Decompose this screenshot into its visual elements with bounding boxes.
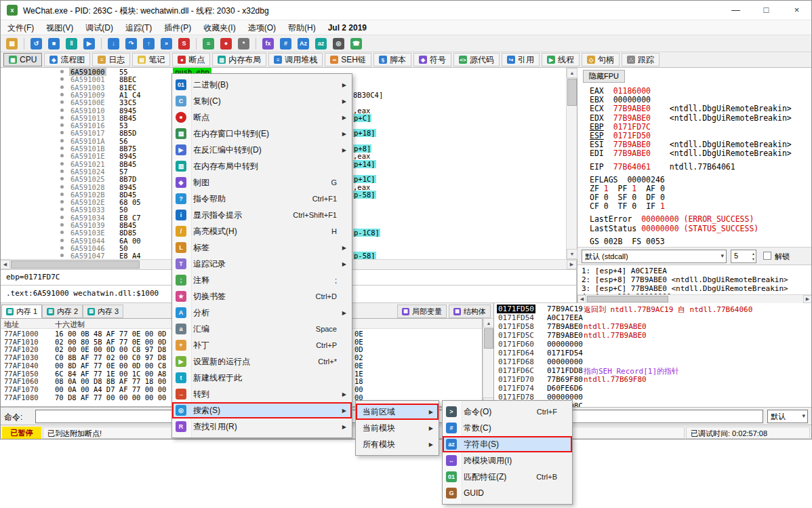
register-line[interactable]: GS 002B FS 0053 (590, 237, 811, 246)
breakpoint-dot[interactable] (60, 223, 64, 227)
hide-fpu-button[interactable]: 隐藏FPU (583, 70, 625, 83)
register-line[interactable]: EBP 0171FD7C (590, 122, 811, 131)
argument-line[interactable]: 1: [esp+4] A0C17EEA (582, 267, 812, 275)
menu-trace[interactable]: 追踪(T) (119, 20, 158, 35)
register-line[interactable]: EAX 01186000 (590, 86, 811, 95)
register-line[interactable]: EIP 77B64061 ntdll.77B64061 (590, 162, 811, 171)
menu-plugins[interactable]: 插件(P) (158, 20, 197, 35)
breakpoint-dot[interactable] (60, 77, 64, 81)
scroll-left-icon[interactable]: ◀ (577, 295, 586, 303)
tab-source[interactable]: <>源代码 (453, 53, 500, 66)
stack-row[interactable]: 0171FD5077B9AC19返回到 ntdll.77B9AC19 自 ntd… (494, 305, 812, 313)
step-out-icon[interactable]: ↑ (143, 38, 155, 50)
argument-count-spinner[interactable]: 5 ▴▾ (731, 250, 756, 263)
register-line[interactable]: EDX 77B9ABE0 <ntdll.DbgUiRemoteBreakin> (590, 113, 811, 122)
disassembly-vscrollbar[interactable]: ▲ ▼ (566, 68, 577, 259)
open-file-icon[interactable]: ▤ (6, 38, 18, 50)
notes-toolbar-icon[interactable]: ≡ (203, 38, 214, 50)
tab-seh[interactable]: ∞SEH链 (325, 53, 371, 66)
breakpoint-dot[interactable] (60, 216, 64, 219)
phone-icon[interactable]: ☎ (350, 38, 362, 50)
dump-vscrollbar[interactable]: ▲ ▼ (483, 318, 493, 407)
tab-breakpoints[interactable]: ●断点 (172, 53, 210, 66)
log-icon[interactable]: S (178, 38, 190, 50)
stack-row[interactable]: 0171FD6800000000 (494, 357, 812, 366)
dump-tab-3[interactable]: ▥内存 3 (83, 305, 123, 318)
breakpoint-dot[interactable] (60, 85, 64, 89)
context-menu-item-binary[interactable]: 01二进制(B)▶ (172, 77, 352, 93)
string-toolbar-icon[interactable]: az (315, 38, 327, 50)
submenu-item-current-region[interactable]: 当前区域▶ (356, 404, 439, 420)
scroll-up-icon[interactable]: ▲ (483, 318, 494, 328)
context-menu-item-set-new-origin-here[interactable]: ▶设置新的运行点Ctrl+* (172, 353, 352, 370)
calling-convention-select[interactable]: 默认 (stdcall) ▾ (582, 250, 727, 263)
menu-help[interactable]: 帮助(H) (282, 20, 322, 35)
breakpoint-dot[interactable] (60, 177, 64, 180)
context-menu-item-find-references[interactable]: R查找引用(R)▶ (172, 418, 352, 435)
context-menu-item-breakpoint[interactable]: ●断点▶ (172, 109, 352, 125)
maximize-button[interactable]: □ (751, 0, 781, 20)
struct-tab[interactable]: ▦结构体 (449, 305, 491, 318)
tab-cpu[interactable]: ▦CPU (3, 53, 42, 66)
submenu-item-guid[interactable]: GGUID (443, 485, 572, 501)
context-menu-item-highlighting-mode[interactable]: /高亮模式(H)H (172, 223, 352, 239)
breakpoint-dot[interactable] (60, 123, 64, 127)
dump-tab-2[interactable]: ▥内存 2 (42, 305, 83, 318)
hash-icon[interactable]: # (280, 38, 291, 50)
context-menu-item-instruction-help[interactable]: ?指令帮助Ctrl+F1 (172, 191, 352, 207)
context-menu-item-toggle-bookmark[interactable]: ★切换书签Ctrl+D (172, 288, 352, 305)
scroll-up-icon[interactable]: ▲ (567, 68, 577, 78)
scroll-down-icon[interactable]: ▼ (567, 249, 577, 259)
register-line[interactable]: OF 0 SF 0 DF 0 (590, 193, 811, 201)
breakpoint-dot[interactable] (60, 170, 64, 173)
register-line[interactable]: CF 0 TF 0 IF 1 (590, 201, 811, 210)
menu-view[interactable]: 视图(V) (40, 20, 79, 35)
breakpoint-dot[interactable] (60, 162, 64, 165)
context-menu-item-assemble[interactable]: a汇编Space (172, 321, 352, 337)
breakpoint-dot[interactable] (60, 200, 64, 203)
context-menu-item-copy[interactable]: C复制(C)▶ (172, 93, 352, 109)
stack-row[interactable]: 0171FD54A0C17EEA (494, 313, 812, 322)
settings-icon[interactable]: * (238, 38, 249, 50)
context-menu-item-patch[interactable]: +补丁Ctrl+P (172, 337, 352, 353)
scrollbar-thumb[interactable] (567, 79, 577, 106)
scrollbar-thumb[interactable] (484, 328, 493, 349)
locals-tab[interactable]: ▦局部变量 (397, 305, 447, 318)
breakpoint-dot[interactable] (60, 239, 64, 242)
submenu-item-current-module[interactable]: 当前模块▶ (356, 420, 439, 436)
tab-call-stack[interactable]: ≡调用堆栈 (268, 53, 323, 66)
breakpoint-dot[interactable] (60, 139, 64, 142)
step-over-icon[interactable]: ↷ (125, 38, 137, 50)
context-menu-item-comment[interactable]: ;注释; (172, 272, 352, 288)
context-menu-item-follow-in-memory-map[interactable]: ▥在内存布局中转到 (172, 158, 352, 174)
context-menu-item-analysis[interactable]: A分析▶ (172, 305, 352, 321)
context-menu-item-show-mnemonic-brief[interactable]: i显示指令提示Ctrl+Shift+F1 (172, 207, 352, 223)
fx-icon[interactable]: fx (262, 38, 274, 50)
stack-row[interactable]: 0171FD6C0171FDD8指向SEH_Record[1]的指针 (494, 366, 812, 375)
context-menu-item-trace-record[interactable]: T追踪记录▶ (172, 256, 352, 272)
find-icon[interactable]: ◎ (333, 38, 344, 50)
submenu-item-all-modules[interactable]: 所有模块▶ (356, 436, 439, 452)
scroll-left-icon[interactable]: ◀ (0, 260, 10, 269)
breakpoint-dot[interactable] (60, 131, 64, 134)
breakpoint-dot[interactable] (60, 93, 64, 96)
unlock-checkbox[interactable] (763, 252, 771, 260)
context-menu-item-create-new-thread-here[interactable]: t新建线程于此 (172, 370, 352, 386)
breakpoint-dot[interactable] (60, 185, 64, 189)
breakpoint-dot[interactable] (60, 154, 64, 157)
scrollbar-thumb[interactable] (11, 260, 140, 269)
spinner-arrows-icon[interactable]: ▴▾ (752, 251, 754, 262)
stack-row[interactable]: 0171FD5C77B9ABE0ntdll.77B9ABE0 (494, 331, 812, 340)
run-to-user-code-icon[interactable]: » (161, 38, 172, 50)
submenu-item-constant[interactable]: #常数(C) (443, 420, 572, 436)
dump-tab-1[interactable]: ▥内存 1 (1, 305, 42, 318)
run-icon[interactable]: ▶ (83, 38, 95, 50)
minimize-button[interactable]: — (720, 0, 751, 20)
scroll-right-icon[interactable]: ▶ (803, 295, 812, 303)
tab-threads[interactable]: ▶线程 (542, 53, 580, 66)
tab-memory-map[interactable]: ▥内存布局 (212, 53, 266, 66)
register-line[interactable]: ZF 1 PF 1 AF 0 (590, 184, 811, 193)
context-menu-item-label[interactable]: L标签▶ (172, 239, 352, 256)
register-line[interactable]: ESI 77B9ABE0 <ntdll.DbgUiRemoteBreakin> (590, 140, 811, 149)
argument-line[interactable]: 2: [esp+8] 77B9ABE0 <ntdll.DbgUiRemoteBr… (582, 275, 812, 284)
